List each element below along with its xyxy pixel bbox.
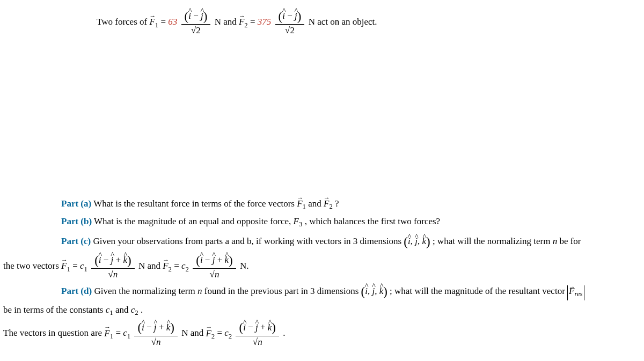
vector-F2-a: F (324, 197, 329, 211)
F3-symbol: F (294, 216, 299, 226)
vector-F2: F (239, 16, 244, 28)
part-d-line2: be in terms of the constants c1 and c2 . (3, 303, 643, 319)
abs-Fres: Fres (567, 285, 584, 300)
part-c-line1: Part (c) Given your observations from pa… (61, 232, 643, 252)
part-b-label: Part (b) (61, 216, 92, 226)
fraction-ijk-over-sqrtn-3: (i − j + k) √n (134, 321, 177, 347)
part-a: Part (a) What is the resultant force in … (61, 197, 643, 212)
intro-prefix: Two forces of (97, 17, 149, 27)
part-c-line2: the two vectors F1 = c1 (i − j + k) √n N… (3, 254, 643, 280)
vector-F1: F (149, 16, 155, 28)
vector-F2-c: F (163, 259, 168, 273)
problem-intro: Two forces of F1 = 63 (i − j) √2 N and F… (97, 10, 643, 36)
part-a-label: Part (a) (61, 198, 91, 209)
part-c-label: Part (c) (61, 236, 91, 246)
fraction-ij-over-sqrt2: (i − j) √2 (181, 10, 211, 36)
parts-container: Part (a) What is the resultant force in … (1, 197, 643, 347)
fraction-ijk-over-sqrtn-1: (i − j + k) √n (91, 254, 134, 280)
vector-F1-c: F (61, 259, 67, 273)
fraction-ijk-over-sqrtn-2: (i − j + k) √n (193, 254, 236, 280)
sub-1: 1 (155, 21, 158, 29)
part-b: Part (b) What is the magnitude of an equ… (61, 215, 643, 230)
fraction-ij-over-sqrt2-b: (i − j) √2 (275, 10, 305, 36)
fraction-ijk-over-sqrtn-4: (i − j + k) √n (236, 321, 279, 347)
part-d-label: Part (d) (61, 286, 92, 296)
coef-375: 375 (258, 17, 272, 27)
vector-F2-d: F (206, 327, 211, 341)
vector-F1-a: F (297, 197, 302, 211)
part-d-line1: Part (d) Given the normalizing term n fo… (61, 282, 643, 301)
coef-63: 63 (168, 17, 177, 27)
part-d-line3: The vectors in question are F1 = c1 (i −… (3, 321, 643, 347)
vector-F1-d: F (104, 327, 109, 341)
